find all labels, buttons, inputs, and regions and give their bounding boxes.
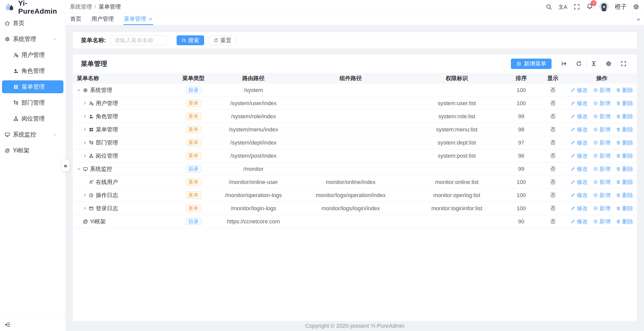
menu-fold-icon[interactable]: [5, 322, 11, 328]
row-density-icon[interactable]: [591, 61, 597, 67]
card-header: 菜单管理 新增菜单: [73, 54, 637, 73]
chevron-right-icon[interactable]: [83, 101, 87, 105]
tabs-more-button[interactable]: [632, 14, 644, 25]
search-icon[interactable]: [545, 4, 552, 10]
tab-home[interactable]: 首页: [70, 14, 82, 25]
plus-circle-icon: [593, 167, 598, 171]
breadcrumb-item[interactable]: 系统管理: [70, 3, 92, 11]
edit-link[interactable]: 修改: [570, 139, 588, 147]
add-link[interactable]: 新增: [593, 205, 611, 212]
trash-icon: [616, 193, 621, 198]
table-header-row: 菜单名称 菜单类型 路由路径 组件路径 权限标识 排序 显示 操作: [73, 73, 637, 84]
cell-menu-type: 菜单: [171, 113, 216, 120]
delete-link[interactable]: 删除: [616, 178, 633, 186]
edit-icon: [570, 180, 575, 184]
sidebar-item-home[interactable]: 首页: [2, 17, 63, 30]
edit-link[interactable]: 修改: [570, 152, 588, 160]
sidebar-item-dept-manage[interactable]: 部门管理: [2, 96, 63, 109]
table-row: 菜单管理菜单/system/menu/indexsystem:menu:list…: [73, 123, 637, 136]
translate-icon[interactable]: 文A: [558, 4, 567, 10]
add-link-label: 新增: [600, 86, 611, 94]
plus-circle-icon: [593, 127, 598, 132]
delete-link[interactable]: 删除: [616, 192, 633, 199]
search-button-label: 搜索: [188, 37, 199, 44]
delete-link[interactable]: 删除: [616, 86, 633, 94]
delete-link[interactable]: 删除: [616, 126, 633, 133]
gear-icon[interactable]: [633, 4, 639, 10]
add-link[interactable]: 新增: [593, 165, 611, 173]
chevron-down-icon[interactable]: [77, 88, 81, 92]
refresh-icon[interactable]: [576, 61, 582, 67]
column-settings-icon[interactable]: [606, 61, 612, 67]
add-link[interactable]: 新增: [593, 178, 611, 186]
delete-link[interactable]: 删除: [616, 165, 633, 173]
edit-link[interactable]: 修改: [570, 192, 588, 199]
add-link[interactable]: 新增: [593, 139, 611, 147]
add-link[interactable]: 新增: [593, 113, 611, 120]
edit-link[interactable]: 修改: [570, 113, 588, 120]
add-link[interactable]: 新增: [593, 86, 611, 94]
edit-icon: [570, 140, 575, 145]
delete-link[interactable]: 删除: [616, 139, 633, 147]
cell-sort: 100: [504, 192, 539, 199]
edit-link[interactable]: 修改: [570, 178, 588, 186]
delete-link[interactable]: 删除: [616, 152, 633, 160]
reset-button[interactable]: 重置: [209, 35, 236, 45]
sidebar-menu: 首页系统管理用户管理角色管理菜单管理部门管理岗位管理系统监控@Yi框架: [0, 15, 65, 318]
add-link[interactable]: 新增: [593, 126, 611, 133]
fullscreen-icon[interactable]: [621, 61, 627, 67]
delete-link[interactable]: 删除: [616, 218, 633, 225]
chevron-down-icon[interactable]: [77, 167, 81, 171]
sidebar-item-system-monitor[interactable]: 系统监控: [2, 128, 63, 141]
edit-link[interactable]: 修改: [570, 205, 588, 212]
edit-link[interactable]: 修改: [570, 126, 588, 133]
chevron-right-icon[interactable]: [83, 193, 87, 197]
tab-user-manage[interactable]: 用户管理: [91, 14, 114, 25]
menu-name-input[interactable]: [110, 35, 167, 45]
close-icon[interactable]: [148, 17, 153, 21]
search-button[interactable]: 搜索: [177, 35, 204, 45]
add-menu-button[interactable]: 新增菜单: [511, 59, 552, 69]
edit-link[interactable]: 修改: [570, 100, 588, 107]
add-link[interactable]: 新增: [593, 218, 611, 225]
cell-permission: system:menu:list: [410, 126, 504, 133]
avatar[interactable]: [599, 2, 609, 11]
chevron-right-icon[interactable]: [83, 154, 87, 158]
delete-link[interactable]: 删除: [616, 205, 633, 212]
add-link[interactable]: 新增: [593, 192, 611, 199]
sidebar-collapse-handle[interactable]: «: [62, 160, 69, 171]
user-filled-icon: [13, 68, 19, 74]
sidebar-item-label: Yi框架: [13, 147, 30, 154]
sidebar-item-system-manage[interactable]: 系统管理: [2, 33, 63, 45]
delete-link[interactable]: 删除: [616, 100, 633, 107]
expand-all-icon[interactable]: [561, 61, 567, 67]
add-link-label: 新增: [600, 100, 611, 107]
sidebar-item-user-manage[interactable]: 用户管理: [2, 49, 63, 61]
trash-icon: [616, 167, 621, 171]
table-row: @Yi框架目录https://ccnetcore.com90否修改新增删除: [73, 215, 637, 228]
fullscreen-icon[interactable]: [574, 4, 580, 10]
edit-link-label: 修改: [577, 113, 588, 120]
tab-menu-manage[interactable]: 菜单管理: [123, 14, 153, 25]
chevron-right-icon[interactable]: [83, 140, 87, 145]
edit-link[interactable]: 修改: [570, 86, 588, 94]
app-title: Yi-PureAdmin: [18, 0, 65, 15]
cell-route-path: /monitor/login-logs: [216, 205, 291, 212]
user-name[interactable]: 橙子: [615, 3, 627, 11]
edit-link[interactable]: 修改: [570, 165, 588, 173]
plus-circle-icon: [593, 206, 598, 211]
cell-sort: 100: [504, 205, 539, 212]
add-link[interactable]: 新增: [593, 152, 611, 160]
chevron-right-icon[interactable]: [83, 114, 87, 119]
sidebar-item-role-manage[interactable]: 角色管理: [2, 64, 63, 77]
sidebar-item-menu-manage[interactable]: 菜单管理: [2, 80, 63, 93]
cell-menu-name: 部门管理: [73, 139, 171, 147]
chevron-right-icon[interactable]: [83, 206, 87, 210]
cell-menu-type: 菜单: [171, 205, 216, 212]
add-link[interactable]: 新增: [593, 100, 611, 107]
delete-link[interactable]: 删除: [616, 113, 633, 120]
chevron-right-icon[interactable]: [83, 127, 87, 132]
sidebar-item-yi-frame[interactable]: @Yi框架: [2, 144, 63, 157]
sidebar-item-post-manage[interactable]: 岗位管理: [2, 112, 63, 125]
edit-link[interactable]: 修改: [570, 218, 588, 225]
